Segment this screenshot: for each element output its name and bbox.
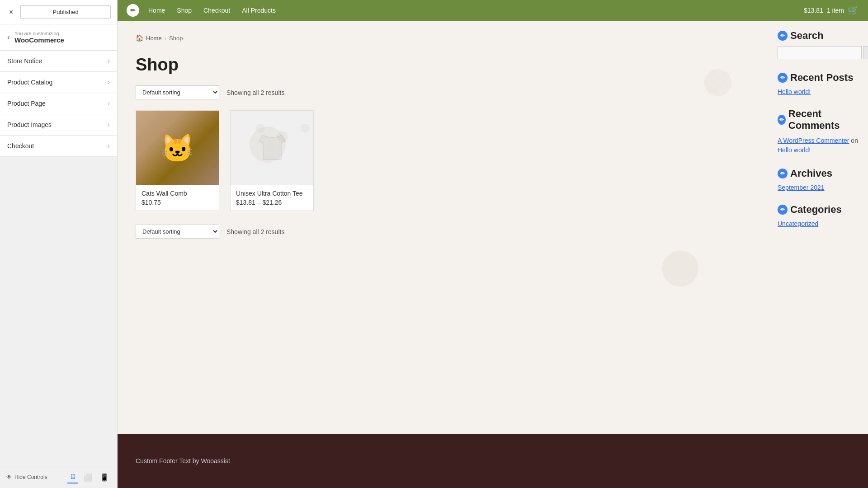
search-input[interactable] — [778, 46, 862, 59]
chevron-right-icon: › — [108, 78, 110, 86]
published-button[interactable]: Published — [20, 5, 111, 19]
tablet-view-button[interactable]: ⬜ — [82, 471, 94, 483]
archives-widget: ✏ Archives September 2021 — [778, 168, 859, 191]
product-card-unisex-tee[interactable]: Unisex Ultra Cotton Tee $13.81 – $21.26 — [230, 110, 314, 211]
nav-shop-link[interactable]: Shop — [172, 5, 196, 16]
search-widget: ✏ Search SEARCH — [778, 30, 859, 59]
sort-select-top[interactable]: Default sortingSort by popularitySort by… — [136, 85, 219, 99]
search-widget-title: ✏ Search — [778, 30, 859, 42]
product-info-cats-wall-comb: Cats Wall Comb $10.75 — [136, 185, 219, 211]
cart-area[interactable]: $13.81 1 item 🛒 — [804, 5, 859, 16]
product-card-cats-wall-comb[interactable]: Cats Wall Comb $10.75 — [136, 110, 219, 211]
search-widget-form: SEARCH — [778, 46, 859, 59]
home-icon: 🏠 — [136, 34, 143, 42]
chevron-right-icon: › — [108, 121, 110, 129]
recent-posts-title-text: Recent Posts — [790, 72, 853, 84]
cart-items: 1 item — [827, 7, 844, 14]
sorting-row-bottom: Default sortingSort by popularitySort by… — [136, 225, 760, 239]
customizing-label: You are customizing — [14, 31, 64, 36]
customizing-title: WooCommerce — [14, 36, 64, 44]
customizer-sidebar: × Published ‹ You are customizing WooCom… — [0, 0, 118, 488]
shop-main: 🏠 Home › Shop Shop Default sortingSort b… — [118, 21, 778, 434]
commenter-link[interactable]: A WordPress Commenter — [778, 137, 849, 144]
product-price-cats-wall-comb: $10.75 — [142, 199, 213, 206]
sidebar-item-label: Product Catalog — [7, 79, 52, 86]
back-button[interactable]: ‹ — [7, 33, 10, 42]
sorting-row-top: Default sortingSort by popularitySort by… — [136, 85, 760, 99]
sidebar-item-label: Store Notice — [7, 57, 42, 65]
close-button[interactable]: × — [6, 7, 16, 17]
chevron-right-icon: › — [108, 142, 110, 150]
search-widget-icon: ✏ — [778, 31, 788, 41]
archives-title: ✏ Archives — [778, 168, 859, 179]
top-navigation: ✏ Home Shop Checkout All Products $13.81… — [118, 0, 868, 21]
sidebar-item-product-catalog[interactable]: Product Catalog› — [0, 72, 117, 93]
nav-all-products-link[interactable]: All Products — [237, 5, 280, 16]
recent-comments-icon: ✏ — [778, 115, 786, 125]
categories-title: ✏ Categories — [778, 204, 859, 216]
chevron-right-icon: › — [108, 99, 110, 108]
recent-posts-icon: ✏ — [778, 73, 788, 83]
product-image-unisex-tee — [231, 111, 313, 185]
tshirt-svg — [254, 130, 290, 166]
footer-text: Custom Footer Text by Wooassist — [136, 457, 230, 465]
breadcrumb-separator: › — [165, 35, 166, 42]
site-logo: ✏ — [127, 4, 139, 17]
nav-checkout-link[interactable]: Checkout — [199, 5, 235, 16]
comment-post-link[interactable]: Hello world! — [778, 146, 811, 154]
sidebar-item-label: Product Images — [7, 121, 52, 128]
archives-title-text: Archives — [790, 168, 832, 179]
breadcrumb: 🏠 Home › Shop — [136, 34, 760, 42]
sidebar-menu: Store Notice›Product Catalog›Product Pag… — [0, 51, 117, 157]
search-title-text: Search — [790, 30, 823, 42]
breadcrumb-home-link[interactable]: Home — [146, 35, 162, 42]
on-text: on — [851, 137, 858, 144]
main-content: ✏ Home Shop Checkout All Products $13.81… — [118, 0, 868, 488]
sidebar-item-product-page[interactable]: Product Page› — [0, 93, 117, 114]
cart-icon: 🛒 — [848, 5, 859, 16]
customizing-info: You are customizing WooCommerce — [14, 31, 64, 44]
breadcrumb-current: Shop — [169, 35, 183, 42]
archive-september-2021[interactable]: September 2021 — [778, 184, 859, 191]
mobile-view-button[interactable]: 📱 — [98, 471, 111, 483]
customizing-section: ‹ You are customizing WooCommerce — [0, 24, 117, 51]
shop-title: Shop — [136, 55, 760, 75]
sidebar-header: × Published — [0, 0, 117, 24]
sidebar-item-label: Product Page — [7, 100, 46, 107]
recent-comments-title: ✏ Recent Comments — [778, 108, 859, 131]
sidebar-item-store-notice[interactable]: Store Notice› — [0, 51, 117, 72]
archives-icon: ✏ — [778, 169, 788, 178]
sidebar-item-checkout[interactable]: Checkout› — [0, 136, 117, 157]
cat-image — [136, 111, 219, 185]
sidebar-bottom: 👁 Hide Controls 🖥 ⬜ 📱 — [0, 466, 117, 488]
showing-text-bottom: Showing all 2 results — [226, 228, 284, 235]
chevron-right-icon: › — [108, 57, 110, 65]
category-uncategorized[interactable]: Uncategorized — [778, 220, 859, 227]
categories-title-text: Categories — [790, 204, 842, 216]
recent-comment-item: A WordPress Commenter on Hello world! — [778, 136, 859, 155]
tshirt-image — [231, 111, 313, 185]
cart-amount: $13.81 — [804, 7, 823, 14]
device-switcher: 🖥 ⬜ 📱 — [67, 471, 111, 483]
shop-sidebar: ✏ Search SEARCH ✏ Recent Posts Hello wor… — [778, 21, 868, 434]
footer: Custom Footer Text by Wooassist — [118, 434, 868, 488]
hide-controls-label: Hide Controls — [14, 474, 47, 480]
categories-widget: ✏ Categories Uncategorized — [778, 204, 859, 227]
products-grid: Cats Wall Comb $10.75 Unisex Ul — [136, 110, 760, 211]
recent-post-hello-world[interactable]: Hello world! — [778, 88, 859, 95]
sort-select-bottom[interactable]: Default sortingSort by popularitySort by… — [136, 225, 219, 239]
hide-controls-button[interactable]: 👁 Hide Controls — [6, 474, 47, 480]
search-button[interactable]: SEARCH — [863, 46, 868, 59]
product-info-unisex-tee: Unisex Ultra Cotton Tee $13.81 – $21.26 — [231, 185, 313, 211]
categories-icon: ✏ — [778, 205, 788, 215]
sidebar-item-product-images[interactable]: Product Images› — [0, 114, 117, 136]
recent-posts-widget: ✏ Recent Posts Hello world! — [778, 72, 859, 95]
sidebar-item-label: Checkout — [7, 142, 34, 150]
recent-posts-title: ✏ Recent Posts — [778, 72, 859, 84]
content-area: 🏠 Home › Shop Shop Default sortingSort b… — [118, 21, 868, 434]
product-name-cats-wall-comb: Cats Wall Comb — [142, 190, 213, 197]
recent-comments-title-text: Recent Comments — [788, 108, 859, 131]
eye-icon: 👁 — [6, 474, 12, 480]
desktop-view-button[interactable]: 🖥 — [67, 471, 78, 483]
nav-home-link[interactable]: Home — [144, 5, 170, 16]
